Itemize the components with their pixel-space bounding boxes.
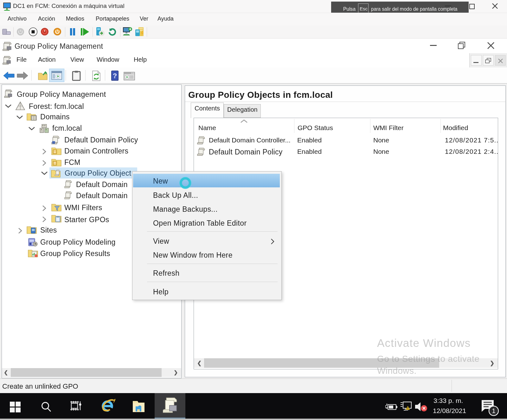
svg-text:?: ? — [113, 72, 117, 80]
svg-text:1: 1 — [492, 407, 495, 414]
